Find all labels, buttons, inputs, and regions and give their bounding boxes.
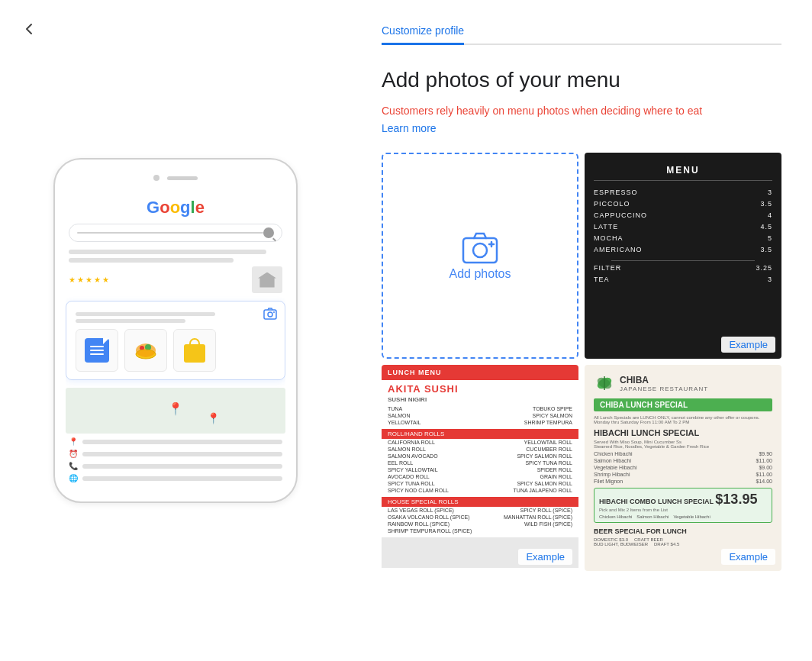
sushi-menu-content: LUNCH MENU AKITA SUSHI SUSHI NIGIRI TUNA… — [382, 365, 578, 571]
floating-photo-card — [66, 301, 285, 380]
chiba-row-salmon: Salmon Hibachi$11.00 — [594, 458, 772, 463]
globe-icon: 🌐 — [69, 474, 78, 482]
search-icon — [263, 227, 274, 238]
example-photo-menu-board: MENU ESPRESSO3 PICCOLO3.5 CAPPUCCINO4 LA… — [585, 153, 781, 359]
sushi-roll-row: SALMON ROLLCUCUMBER ROLL — [382, 446, 578, 453]
phone-speaker — [167, 176, 198, 180]
example-photo-chiba: CHIBA JAPANESE RESTAURANT CHIBA LUNCH SP… — [585, 365, 781, 571]
phone-location-row: 📍 — [69, 437, 282, 446]
sushi-roll-row: SPICY YALLOWTAILSPIDER ROLL — [382, 466, 578, 473]
camera-add-icon-small — [263, 308, 277, 323]
chiba-restaurant-subtitle: JAPANESE RESTAURANT — [620, 385, 708, 392]
phone-icon: 📞 — [69, 462, 78, 470]
content-line — [69, 250, 266, 254]
chiba-combo-price: $13.95 — [715, 492, 757, 507]
menu-board-title: MENU — [594, 165, 772, 181]
chiba-hibachi-section: HIBACHI LUNCH SPECIAL — [594, 428, 772, 437]
content-line — [69, 258, 234, 263]
svg-rect-0 — [264, 310, 276, 319]
phone-camera — [153, 175, 160, 181]
sushi-roll-row: SPICY NOD CLAM ROLLTUNA JALAPENO ROLL — [382, 487, 578, 494]
clock-icon: ⏰ — [69, 450, 78, 458]
sushi-roll-row: EEL ROLLSPICY TUNA ROLL — [382, 459, 578, 466]
chiba-combo-title: HIBACHI COMBO LUNCH SPECIAL $13.95 — [599, 492, 767, 508]
sushi-roll-row: SPICY TUNA ROLLSPICY SALMON ROLL — [382, 480, 578, 487]
chiba-logo-row: CHIBA JAPANESE RESTAURANT — [594, 372, 772, 394]
phone-mockup: Google ★ ★ ★ ★ ★ — [53, 158, 298, 503]
sushi-roll-row: CALIFORNIA ROLLYELLOWTAIL ROLL — [382, 439, 578, 446]
description-text: Customers rely heavily on menu photos wh… — [382, 105, 781, 117]
chiba-restaurant-name: CHIBA — [620, 375, 708, 385]
phone-screen: Google ★ ★ ★ ★ ★ — [66, 192, 285, 486]
phone-map: 📍 📍 — [66, 388, 285, 434]
chiba-beer-title: BEER SPECIAL FOR LUNCH — [594, 527, 772, 535]
chiba-combo-box: HIBACHI COMBO LUNCH SPECIAL $13.95 Pick … — [594, 488, 772, 523]
stars-row: ★ ★ ★ ★ ★ — [69, 266, 282, 293]
menu-item-latte: LATTE4.5 — [594, 223, 772, 231]
back-button[interactable] — [15, 15, 43, 43]
sushi-house-row: SHRIMP TEMPURA ROLL (SPICE) — [382, 527, 578, 534]
menu-item-piccolo: PICCOLO3.5 — [594, 200, 772, 208]
sushi-row: YELLOWTAILSHRIMP TEMPURA — [382, 419, 578, 426]
chiba-menu-content: CHIBA JAPANESE RESTAURANT CHIBA LUNCH SP… — [585, 365, 781, 571]
chiba-special-header: CHIBA LUNCH SPECIAL — [594, 398, 772, 411]
chiba-row-chicken: Chicken Hibachi$9.90 — [594, 451, 772, 456]
star-rating: ★ ★ ★ ★ ★ — [69, 276, 109, 284]
example-badge-1: Example — [721, 337, 775, 353]
sushi-row: SALMONSPICY SALMON — [382, 412, 578, 419]
sushi-roll-row: AVOCADO ROLLGRAIN ROLL — [382, 473, 578, 480]
left-panel: Google ★ ★ ★ ★ ★ — [0, 0, 351, 661]
example-photo-sushi: LUNCH MENU AKITA SUSHI SUSHI NIGIRI TUNA… — [382, 365, 578, 571]
phone-hours-row: ⏰ — [69, 450, 282, 458]
chiba-row-vegetable: Vegetable Hibachi$9.00 — [594, 465, 772, 470]
camera-add-icon — [462, 231, 498, 267]
sushi-header: LUNCH MENU — [382, 365, 578, 380]
sushi-section-rolls: ROLL/HAND ROLLS — [382, 429, 578, 439]
sushi-row: TUNATOBUKO SPIPE — [382, 405, 578, 412]
menu-item-tea: TEA3 — [594, 276, 772, 283]
sushi-title: AKITA SUSHI — [382, 380, 578, 396]
card-icon-news — [76, 329, 118, 372]
example-badge-2: Example — [518, 549, 572, 565]
card-content-line — [76, 312, 215, 316]
card-icon-food — [124, 329, 167, 372]
menu-item-cappuccino: CAPPUCCINO4 — [594, 211, 772, 219]
svg-point-1 — [268, 312, 272, 317]
search-bar-line — [77, 232, 263, 234]
menu-item-mocha: MOCHA5 — [594, 234, 772, 242]
sushi-house-row: RAINBOW ROLL (SPICE)WILD FISH (SPICE) — [382, 521, 578, 527]
menu-item-americano: AMERICANO3.5 — [594, 246, 772, 253]
map-pin: 📍 — [168, 401, 183, 416]
tab-customize-profile[interactable]: Customize profile — [382, 18, 464, 45]
card-icon-bag — [173, 329, 216, 372]
page-title: Add photos of your menu — [382, 68, 781, 92]
chiba-row-shrimp: Shrimp Hibachi$11.00 — [594, 472, 772, 477]
card-content-line — [76, 319, 185, 323]
example-badge-3: Example — [721, 549, 775, 565]
phone-search-bar — [69, 224, 282, 242]
right-panel: Customize profile Add photos of your men… — [351, 0, 812, 661]
sushi-roll-row: SALMON AVOCADOSPICY SALMON ROLL — [382, 453, 578, 459]
svg-point-8 — [473, 243, 487, 257]
add-photos-box[interactable]: Add photos — [382, 153, 578, 359]
sushi-house-row: OSAKA VOLCANO ROLL (SPICE)MANHATTAN ROLL… — [382, 514, 578, 521]
store-icon — [252, 266, 282, 293]
sushi-section-house: HOUSE SPECIAL ROLLS — [382, 497, 578, 507]
photos-grid: Add photos MENU ESPRESSO3 PICCOLO3.5 CAP… — [382, 153, 781, 571]
google-logo: Google — [66, 198, 285, 218]
menu-board-content: MENU ESPRESSO3 PICCOLO3.5 CAPPUCCINO4 LA… — [585, 153, 781, 359]
chiba-leaf-icon — [594, 372, 615, 394]
menu-item-filter: FILTER3.25 — [594, 264, 772, 272]
phone-web-row: 🌐 — [69, 474, 282, 482]
sushi-house-row: LAS VEGAS ROLL (SPICE)SPICY ROLL (SPICE) — [382, 507, 578, 514]
add-photos-label: Add photos — [450, 267, 511, 281]
learn-more-link[interactable]: Learn more — [382, 122, 437, 134]
card-icons-row — [76, 329, 276, 372]
map-pin-2: 📍 — [207, 412, 220, 424]
menu-item-espresso: ESPRESSO3 — [594, 189, 772, 196]
phone-phone-row: 📞 — [69, 462, 282, 470]
tab-bar: Customize profile — [382, 18, 781, 45]
location-icon: 📍 — [69, 437, 78, 446]
phone-top-bar — [66, 175, 285, 181]
chiba-row-filet: Filet Mignon$14.00 — [594, 479, 772, 484]
